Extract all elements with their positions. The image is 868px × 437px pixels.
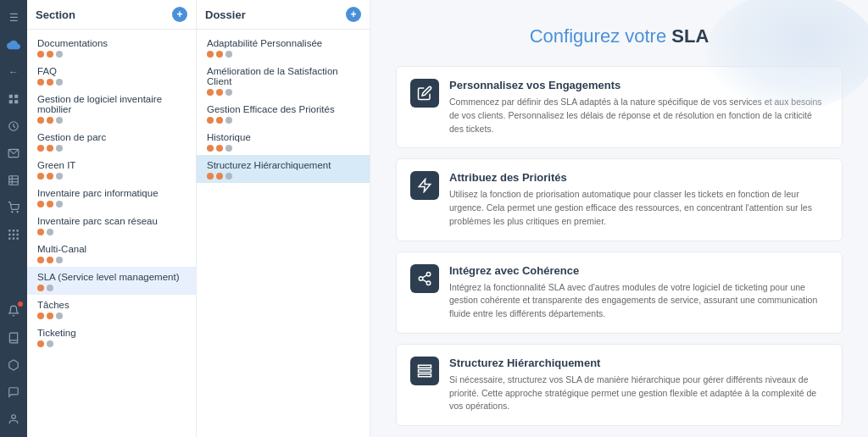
dot-indicator <box>56 117 63 124</box>
svg-point-23 <box>426 272 431 276</box>
dot-indicator <box>37 173 44 180</box>
dossier-add-button[interactable]: + <box>346 7 361 22</box>
section-list-item[interactable]: Multi-Canal <box>27 239 196 267</box>
menu-nav-item[interactable]: ☰ <box>3 7 25 29</box>
dossier-item-name: Structurez Hiérarchiquement <box>207 160 359 170</box>
dot-indicator <box>56 145 63 152</box>
dot-indicator <box>56 201 63 207</box>
dot-indicator <box>47 201 53 207</box>
feature-card: Structurez HiérarchiquementSi nécessaire… <box>396 344 843 426</box>
section-list-item[interactable]: Ticketing <box>27 323 196 351</box>
section-item-name: Inventaire parc scan réseau <box>37 216 186 226</box>
svg-point-24 <box>419 276 423 280</box>
dot-indicator <box>37 117 44 124</box>
cart-nav-item[interactable] <box>3 196 25 218</box>
feature-body: Structurez HiérarchiquementSi nécessaire… <box>449 357 828 413</box>
section-title: Section <box>36 8 75 21</box>
svg-rect-6 <box>9 176 19 185</box>
dossier-list-item[interactable]: Adaptabilité Personnalisée <box>197 33 370 61</box>
dot-indicator <box>207 51 214 58</box>
svg-line-26 <box>422 279 426 282</box>
svg-rect-12 <box>8 230 10 231</box>
section-item-dots <box>37 79 186 86</box>
svg-rect-29 <box>419 369 431 372</box>
dot-indicator <box>37 340 44 347</box>
table-nav-item[interactable] <box>3 169 25 191</box>
section-panel: Section + DocumentationsFAQGestion de lo… <box>27 0 197 437</box>
svg-rect-30 <box>419 374 431 377</box>
section-add-button[interactable]: + <box>172 7 187 22</box>
dossier-header: Dossier + <box>197 0 370 30</box>
main-content: Configurez votre SLA Personnalisez vos E… <box>370 0 868 437</box>
svg-point-21 <box>12 415 16 419</box>
dot-indicator <box>47 51 53 58</box>
dot-indicator <box>216 117 223 124</box>
feature-icon <box>410 171 439 200</box>
user-nav-item[interactable] <box>3 408 25 430</box>
dot-indicator <box>216 145 223 152</box>
book-nav-item[interactable] <box>3 327 25 349</box>
dot-indicator <box>47 229 53 235</box>
clock-nav-item[interactable] <box>3 115 25 137</box>
svg-rect-18 <box>8 238 10 240</box>
dot-indicator <box>47 340 53 347</box>
dot-indicator <box>225 89 232 96</box>
nav-rail: ☰ ← <box>0 0 27 437</box>
feature-desc: Utilisez la fonction de priorisation aut… <box>449 188 828 228</box>
section-item-dots <box>37 51 186 58</box>
feature-icon <box>410 264 439 293</box>
svg-rect-28 <box>419 365 431 368</box>
dossier-list-item[interactable]: Historique <box>197 127 370 155</box>
dossier-list-item[interactable]: Gestion Efficace des Priorités <box>197 99 370 127</box>
svg-rect-20 <box>17 238 19 240</box>
back-nav-item[interactable]: ← <box>3 61 25 83</box>
dossier-item-dots <box>207 145 359 152</box>
dot-indicator <box>37 51 44 58</box>
section-item-name: Tâches <box>37 300 186 310</box>
dossier-item-dots <box>207 117 359 124</box>
section-list-item[interactable]: Gestion de parc <box>27 127 196 155</box>
mail-nav-item[interactable] <box>3 142 25 164</box>
dot-indicator <box>216 51 223 58</box>
dossier-list-item[interactable]: Structurez Hiérarchiquement <box>197 155 370 183</box>
section-item-name: SLA (Service level management) <box>37 272 186 282</box>
section-item-name: Gestion de logiciel inventaire mobilier <box>37 94 186 114</box>
section-item-dots <box>37 229 186 235</box>
dossier-list: Adaptabilité PersonnaliséeAmélioration d… <box>197 30 370 437</box>
section-list-item[interactable]: Inventaire parc scan réseau <box>27 211 196 239</box>
feature-desc: Commencez par définir des SLA adaptés à … <box>449 96 828 136</box>
section-list-item[interactable]: SLA (Service level management) <box>27 267 196 295</box>
section-list-item[interactable]: Green IT <box>27 155 196 183</box>
feature-title: Intégrez avec Cohérence <box>449 264 828 277</box>
dossier-item-name: Adaptabilité Personnalisée <box>207 38 359 48</box>
section-list-item[interactable]: Inventaire parc informatique <box>27 183 196 211</box>
dot-indicator <box>47 79 53 86</box>
dot-indicator <box>225 173 232 180</box>
main-title-text1: Configurez votre <box>530 25 672 47</box>
feature-title: Personnalisez vos Engagements <box>449 79 828 91</box>
svg-rect-19 <box>13 238 14 240</box>
dot-indicator <box>56 313 63 319</box>
svg-rect-13 <box>13 230 14 231</box>
dot-indicator <box>37 79 44 86</box>
main-title-bold: SLA <box>671 25 709 47</box>
dossier-list-item[interactable]: Amélioration de la Satisfaction Client <box>197 61 370 99</box>
svg-rect-0 <box>9 95 13 98</box>
svg-rect-17 <box>17 234 19 235</box>
section-list-item[interactable]: Documentations <box>27 33 196 61</box>
apps-nav-item[interactable] <box>3 224 25 246</box>
feature-title: Structurez Hiérarchiquement <box>449 357 828 369</box>
box-nav-item[interactable] <box>3 354 25 376</box>
chat-nav-item[interactable] <box>3 381 25 403</box>
svg-rect-1 <box>14 95 18 98</box>
section-item-name: Documentations <box>37 38 186 48</box>
dot-indicator <box>47 257 53 263</box>
cloud-nav-item[interactable] <box>3 34 25 56</box>
section-list-item[interactable]: Gestion de logiciel inventaire mobilier <box>27 89 196 127</box>
section-list-item[interactable]: Tâches <box>27 295 196 323</box>
notif-nav-item[interactable] <box>3 300 25 322</box>
svg-point-10 <box>12 212 13 213</box>
section-list-item[interactable]: FAQ <box>27 61 196 89</box>
grid-nav-item[interactable] <box>3 88 25 110</box>
dot-indicator <box>47 285 53 291</box>
